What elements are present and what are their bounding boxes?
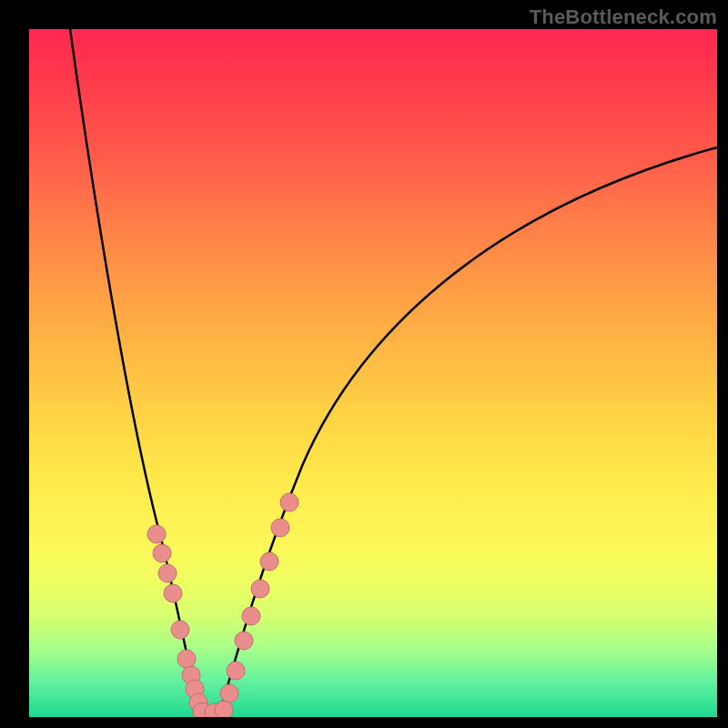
watermark-text: TheBottleneck.com	[530, 5, 717, 29]
chart-container: TheBottleneck.com	[0, 0, 728, 728]
plot-area	[29, 29, 717, 717]
